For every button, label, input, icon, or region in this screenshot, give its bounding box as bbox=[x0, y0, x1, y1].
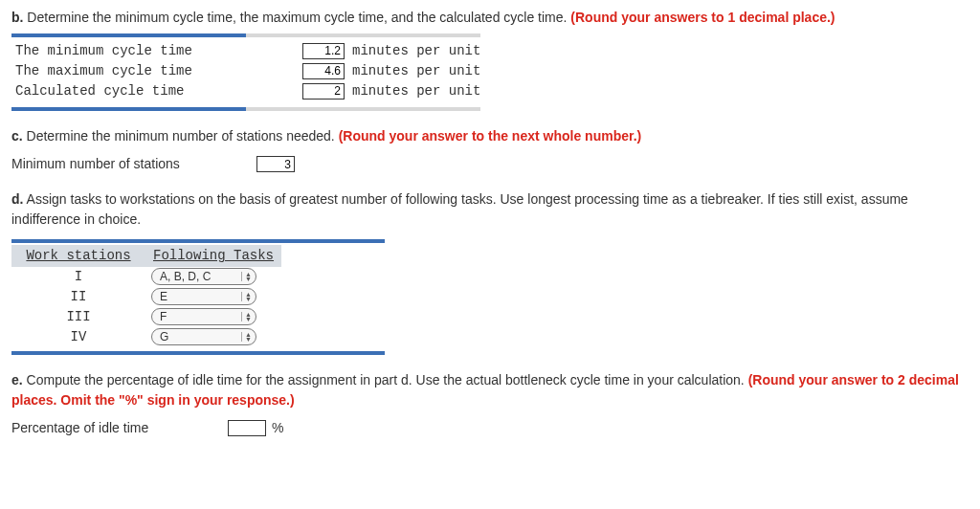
label-c: c. bbox=[11, 128, 23, 144]
workstation-table: Work stations Following Tasks I A, B, D,… bbox=[11, 245, 281, 347]
table-row: II E▲▼ bbox=[11, 287, 281, 307]
label-d: d. bbox=[11, 191, 23, 207]
idle-time-row: Percentage of idle time % bbox=[11, 418, 969, 438]
row-label: The minimum cycle time bbox=[11, 41, 299, 61]
table-row: I A, B, D, C▲▼ bbox=[11, 267, 281, 287]
row-label: Calculated cycle time bbox=[11, 81, 299, 101]
idle-time-label: Percentage of idle time bbox=[11, 418, 222, 438]
stepper-icon: ▲▼ bbox=[241, 292, 252, 301]
row-unit: minutes per unit bbox=[348, 61, 484, 81]
divider-d-top bbox=[11, 239, 385, 243]
row-unit: minutes per unit bbox=[348, 41, 484, 61]
question-d-prompt: d. Assign tasks to workstations on the b… bbox=[11, 189, 969, 230]
row-unit: minutes per unit bbox=[348, 81, 484, 101]
question-e-prompt: e. Compute the percentage of idle time f… bbox=[11, 370, 969, 410]
note-b: (Round your answers to 1 decimal place.) bbox=[570, 10, 835, 25]
question-e: e. Compute the percentage of idle time f… bbox=[11, 370, 969, 438]
table-row: III F▲▼ bbox=[11, 307, 281, 327]
tasks-select-4[interactable]: G▲▼ bbox=[151, 328, 256, 345]
stepper-icon: ▲▼ bbox=[241, 312, 252, 321]
min-stations-input[interactable] bbox=[256, 156, 295, 172]
cycle-time-table: The minimum cycle time minutes per unit … bbox=[11, 41, 484, 101]
text-e: Compute the percentage of idle time for … bbox=[27, 372, 745, 387]
text-c: Determine the minimum number of stations… bbox=[27, 128, 335, 144]
idle-time-input[interactable] bbox=[228, 420, 266, 436]
select-value: E bbox=[160, 288, 167, 305]
percent-label: % bbox=[272, 418, 283, 438]
select-value: F bbox=[160, 308, 167, 325]
question-b-prompt: b. Determine the minimum cycle time, the… bbox=[11, 8, 969, 28]
note-c: (Round your answer to the next whole num… bbox=[339, 128, 642, 144]
header-following-tasks: Following Tasks bbox=[145, 245, 281, 267]
header-workstations: Work stations bbox=[11, 245, 145, 267]
tasks-select-1[interactable]: A, B, D, C▲▼ bbox=[151, 268, 256, 285]
tasks-select-3[interactable]: F▲▼ bbox=[151, 308, 256, 325]
divider-d-bottom bbox=[11, 351, 385, 355]
ws-label: III bbox=[11, 307, 145, 327]
table-header-row: Work stations Following Tasks bbox=[11, 245, 281, 267]
table-row: Calculated cycle time minutes per unit bbox=[11, 81, 484, 101]
stepper-icon: ▲▼ bbox=[241, 332, 252, 342]
min-stations-label: Minimum number of stations bbox=[11, 154, 251, 174]
select-value: A, B, D, C bbox=[160, 268, 211, 285]
calc-cycle-input[interactable] bbox=[302, 83, 345, 100]
label-b: b. bbox=[11, 10, 23, 25]
stepper-icon: ▲▼ bbox=[241, 272, 252, 281]
question-c: c. Determine the minimum number of stati… bbox=[11, 126, 969, 174]
divider-b-bottom bbox=[11, 107, 480, 111]
max-cycle-input[interactable] bbox=[302, 63, 345, 79]
question-d: d. Assign tasks to workstations on the b… bbox=[11, 189, 969, 355]
question-c-prompt: c. Determine the minimum number of stati… bbox=[11, 126, 969, 146]
select-value: G bbox=[160, 328, 168, 345]
tasks-select-2[interactable]: E▲▼ bbox=[151, 288, 256, 305]
min-cycle-input[interactable] bbox=[302, 43, 345, 59]
row-label: The maximum cycle time bbox=[11, 61, 299, 81]
ws-label: II bbox=[11, 287, 145, 307]
question-b: b. Determine the minimum cycle time, the… bbox=[11, 8, 969, 111]
ws-label: I bbox=[11, 267, 145, 287]
divider-b-top bbox=[11, 33, 480, 37]
text-d: Assign tasks to workstations on the basi… bbox=[11, 191, 908, 227]
table-row: IV G▲▼ bbox=[11, 327, 281, 347]
ws-label: IV bbox=[11, 327, 145, 347]
min-stations-row: Minimum number of stations bbox=[11, 154, 969, 174]
table-row: The maximum cycle time minutes per unit bbox=[11, 61, 484, 81]
table-row: The minimum cycle time minutes per unit bbox=[11, 41, 484, 61]
text-b: Determine the minimum cycle time, the ma… bbox=[27, 10, 567, 25]
label-e: e. bbox=[11, 372, 23, 387]
